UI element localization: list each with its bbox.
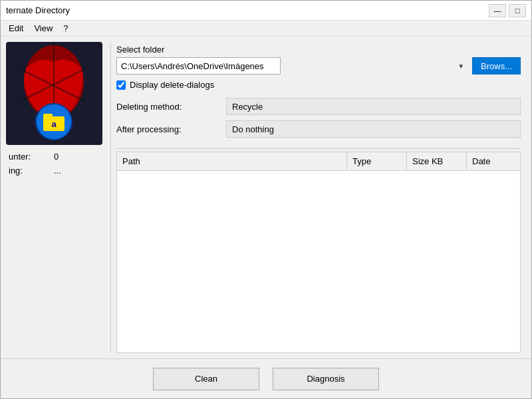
window-title: ternate Directory	[6, 5, 70, 15]
minimize-button[interactable]: —	[489, 4, 506, 17]
clean-button[interactable]: Clean	[153, 368, 259, 390]
file-table: Path Type Size KB Date	[116, 152, 521, 353]
after-processing-value: Do nothing	[226, 120, 521, 138]
folder-section: Select folder C:\Users\Andrés\OneDrive\I…	[116, 45, 521, 74]
counter-label: unter:	[9, 152, 49, 162]
counter-row: unter: 0	[9, 152, 105, 162]
browse-button[interactable]: Brows...	[472, 57, 521, 74]
left-info: unter: 0 ing: ...	[6, 152, 105, 180]
title-bar: ternate Directory — □	[1, 1, 531, 21]
processing-label: ing:	[9, 166, 49, 176]
left-panel: a unter: 0 ing: ...	[1, 37, 110, 358]
col-date: Date	[467, 152, 520, 170]
window-controls: — □	[489, 4, 526, 17]
folder-dropdown-wrapper: C:\Users\Andrés\OneDrive\Imágenes ▼	[116, 57, 468, 74]
deleting-method-value: Recycle	[226, 98, 521, 115]
main-window: ternate Directory — □ Edit View ?	[0, 0, 532, 399]
main-content: a unter: 0 ing: ... Select folder	[1, 37, 531, 358]
col-type: Type	[347, 152, 407, 170]
folder-label: Select folder	[116, 45, 521, 55]
deleting-method-row: Deleting method: Recycle	[116, 98, 521, 115]
after-processing-label: After processing:	[116, 124, 226, 134]
counter-value: 0	[54, 152, 59, 162]
app-logo: a	[6, 42, 102, 145]
table-body	[117, 171, 520, 352]
svg-text:a: a	[51, 119, 57, 129]
col-path: Path	[117, 152, 347, 170]
divider	[116, 148, 521, 149]
display-dialogs-row: Display delete-dialogs	[116, 80, 521, 90]
processing-value: ...	[54, 166, 61, 176]
table-header: Path Type Size KB Date	[117, 152, 520, 171]
menu-bar: Edit View ?	[1, 21, 531, 37]
after-processing-row: After processing: Do nothing	[116, 120, 521, 138]
settings-section: Deleting method: Recycle After processin…	[116, 98, 521, 138]
right-panel: Select folder C:\Users\Andrés\OneDrive\I…	[111, 37, 531, 358]
maximize-button[interactable]: □	[509, 4, 526, 17]
processing-row: ing: ...	[9, 166, 105, 176]
menu-help[interactable]: ?	[58, 22, 73, 35]
col-size: Size KB	[407, 152, 467, 170]
bottom-bar: Clean Diagnosis	[1, 358, 531, 398]
menu-edit[interactable]: Edit	[3, 22, 29, 35]
svg-rect-8	[43, 114, 53, 118]
folder-row: C:\Users\Andrés\OneDrive\Imágenes ▼ Brow…	[116, 57, 521, 74]
folder-dropdown[interactable]: C:\Users\Andrés\OneDrive\Imágenes	[116, 57, 281, 74]
diagnosis-button[interactable]: Diagnosis	[273, 368, 379, 390]
display-dialogs-checkbox[interactable]	[116, 80, 126, 90]
display-dialogs-label[interactable]: Display delete-dialogs	[130, 80, 214, 90]
dropdown-arrow-icon: ▼	[458, 63, 464, 70]
menu-view[interactable]: View	[29, 22, 58, 35]
deleting-method-label: Deleting method:	[116, 102, 226, 112]
